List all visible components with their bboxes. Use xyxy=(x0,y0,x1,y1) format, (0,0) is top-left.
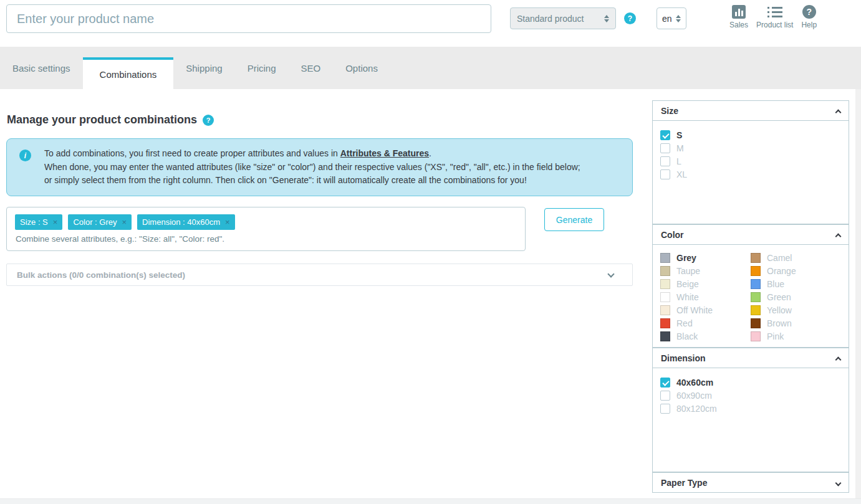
attributes-sidebar: Size S M L XL xyxy=(652,100,849,493)
language-select[interactable]: en xyxy=(657,7,686,29)
option-label[interactable]: Taupe xyxy=(676,266,700,276)
tab-pricing[interactable]: Pricing xyxy=(235,47,289,89)
checkbox-unchecked[interactable] xyxy=(660,404,670,414)
checkbox-checked[interactable] xyxy=(660,378,670,388)
attributes-tag-input[interactable]: Size : S × Color : Grey × Dimension : 40… xyxy=(6,207,526,251)
option-label[interactable]: 40x60cm xyxy=(676,378,713,388)
dimension-option-40x60[interactable]: 40x60cm xyxy=(660,376,841,389)
color-option-taupe[interactable]: Taupe xyxy=(660,264,751,277)
option-label[interactable]: S xyxy=(676,130,682,140)
size-option-m[interactable]: M xyxy=(660,141,841,155)
option-label[interactable]: White xyxy=(676,292,699,302)
sales-icon xyxy=(732,5,746,19)
panel-header-color[interactable]: Color xyxy=(652,224,849,245)
option-label[interactable]: Beige xyxy=(676,279,699,289)
nav-help[interactable]: ? Help xyxy=(801,5,817,29)
option-label[interactable]: XL xyxy=(676,169,687,179)
option-label[interactable]: Black xyxy=(676,331,698,341)
color-swatch xyxy=(660,279,670,289)
color-swatch xyxy=(751,305,761,315)
option-label[interactable]: Camel xyxy=(767,253,792,263)
chevron-down-icon[interactable] xyxy=(607,270,614,277)
color-option-white[interactable]: White xyxy=(660,290,751,303)
dimension-option-60x90[interactable]: 60x90cm xyxy=(660,389,841,402)
checkbox-unchecked[interactable] xyxy=(660,169,670,179)
product-list-icon xyxy=(767,5,782,19)
option-label[interactable]: Pink xyxy=(767,331,784,341)
info-icon: i xyxy=(19,150,31,161)
checkbox-checked[interactable] xyxy=(660,130,670,140)
color-option-green[interactable]: Green xyxy=(751,290,841,303)
color-option-black[interactable]: Black xyxy=(660,330,751,343)
checkbox-unchecked[interactable] xyxy=(660,391,670,401)
tab-basic-settings[interactable]: Basic settings xyxy=(0,47,83,89)
panel-header-size[interactable]: Size xyxy=(652,100,849,121)
color-option-red[interactable]: Red xyxy=(660,316,751,330)
product-type-help-icon[interactable]: ? xyxy=(624,12,636,24)
product-edit-page: Standard product ? en Sales Product list… xyxy=(0,0,861,504)
chevron-up-icon xyxy=(835,234,842,240)
tag-size-s[interactable]: Size : S × xyxy=(15,214,62,230)
color-option-brown[interactable]: Brown xyxy=(751,316,841,330)
panel-header-dimension[interactable]: Dimension xyxy=(652,348,849,368)
page-title: Manage your product combinations ? xyxy=(7,113,214,126)
option-label[interactable]: Yellow xyxy=(767,305,792,315)
checkbox-unchecked[interactable] xyxy=(660,143,670,153)
remove-tag-icon[interactable]: × xyxy=(122,218,127,226)
color-option-blue[interactable]: Blue xyxy=(751,277,841,290)
tag-color-grey[interactable]: Color : Grey × xyxy=(68,214,132,230)
option-label[interactable]: M xyxy=(676,143,684,153)
option-label[interactable]: 80x120cm xyxy=(676,404,717,414)
color-swatch xyxy=(660,318,670,328)
attributes-features-link[interactable]: Attributes & Features xyxy=(340,148,429,158)
product-type-select[interactable]: Standard product xyxy=(510,7,616,29)
tab-seo[interactable]: SEO xyxy=(289,47,334,89)
tag-label: Color : Grey xyxy=(73,217,117,227)
bulk-actions-bar[interactable]: Bulk actions (0/0 combination(s) selecte… xyxy=(6,264,633,286)
color-option-pink[interactable]: Pink xyxy=(751,330,841,343)
info-alert: i To add combinations, you first need to… xyxy=(6,138,633,196)
color-option-beige[interactable]: Beige xyxy=(660,277,751,290)
color-option-grey[interactable]: Grey xyxy=(660,251,751,264)
remove-tag-icon[interactable]: × xyxy=(225,218,230,226)
size-option-xl[interactable]: XL xyxy=(660,168,841,181)
panel-header-paper-type[interactable]: Paper Type xyxy=(652,472,849,493)
generate-button[interactable]: Generate xyxy=(544,208,604,231)
info-line-2: When done, you may enter the wanted attr… xyxy=(44,161,620,174)
option-label[interactable]: Orange xyxy=(767,266,796,276)
nav-product-list[interactable]: Product list xyxy=(756,5,793,29)
color-option-orange[interactable]: Orange xyxy=(751,264,841,277)
size-option-s[interactable]: S xyxy=(660,128,841,141)
size-option-l[interactable]: L xyxy=(660,155,841,168)
chevron-up-icon xyxy=(835,357,842,363)
remove-tag-icon[interactable]: × xyxy=(53,218,58,226)
content-area: Manage your product combinations ? i To … xyxy=(0,89,861,498)
color-column-left: Grey Taupe Beige White xyxy=(660,251,751,347)
color-option-yellow[interactable]: Yellow xyxy=(751,303,841,316)
nav-sales[interactable]: Sales xyxy=(729,5,748,29)
option-label[interactable]: Green xyxy=(767,292,791,302)
tab-combinations[interactable]: Combinations xyxy=(83,57,174,89)
checkbox-unchecked[interactable] xyxy=(660,156,670,166)
option-label[interactable]: Brown xyxy=(767,318,792,328)
tag-dimension-40x60[interactable]: Dimension : 40x60cm × xyxy=(137,214,235,230)
help-icon: ? xyxy=(802,5,816,19)
dimension-option-80x120[interactable]: 80x120cm xyxy=(660,402,841,415)
option-label[interactable]: Grey xyxy=(676,253,696,263)
product-name-input[interactable] xyxy=(6,4,491,33)
color-option-camel[interactable]: Camel xyxy=(751,251,841,264)
tab-shipping[interactable]: Shipping xyxy=(173,47,234,89)
color-option-off-white[interactable]: Off White xyxy=(660,303,751,316)
option-label[interactable]: 60x90cm xyxy=(676,391,712,401)
color-swatch xyxy=(751,253,761,263)
combinations-help-icon[interactable]: ? xyxy=(203,115,214,126)
option-label[interactable]: Blue xyxy=(767,279,784,289)
tab-options[interactable]: Options xyxy=(333,47,390,89)
header-bar: Standard product ? en Sales Product list… xyxy=(0,0,861,47)
option-label[interactable]: Off White xyxy=(676,305,713,315)
color-swatch xyxy=(751,266,761,276)
scrollbar-track[interactable] xyxy=(855,89,861,498)
bulk-actions-label: Bulk actions (0/0 combination(s) selecte… xyxy=(7,270,185,280)
option-label[interactable]: Red xyxy=(676,318,693,328)
option-label[interactable]: L xyxy=(676,156,681,166)
